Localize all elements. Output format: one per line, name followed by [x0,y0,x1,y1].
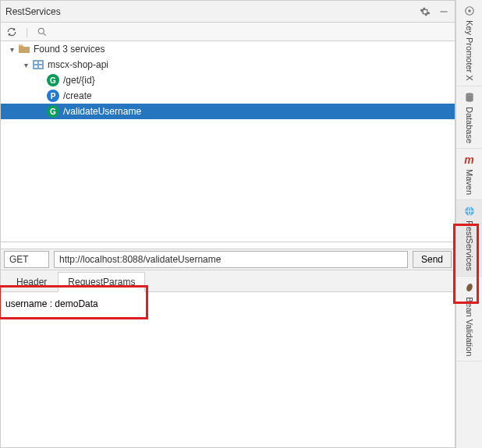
chevron-down-icon: ▾ [7,45,16,54]
endpoint-path: /create [62,90,92,101]
method-badge-get: G [47,74,59,86]
minimize-icon[interactable] [438,5,450,18]
tabs: Header RequestParams [1,270,455,292]
module-icon [33,60,44,69]
url-input[interactable] [54,251,408,268]
folder-icon [19,44,30,54]
refresh-icon[interactable] [5,26,18,38]
side-tab-maven[interactable]: m Maven [456,149,482,200]
tree-endpoint[interactable]: P /create [1,88,455,104]
param-row: username : demoData [5,297,450,311]
panel-header: RestServices [1,1,455,23]
side-tab-key-promoter[interactable]: Key Promoter X [456,0,482,86]
main-panel: RestServices | ▾ Found 3 services [0,0,455,448]
tree-module-label: mscx-shop-api [46,59,108,70]
svg-point-12 [465,282,473,291]
tree-root-label: Found 3 services [32,44,105,55]
tab-request-params[interactable]: RequestParams [58,272,145,292]
svg-rect-7 [39,65,42,68]
side-tab-rest-services[interactable]: RestServices [456,200,482,277]
search-icon[interactable] [36,26,48,38]
endpoint-path: /validateUsername [62,106,141,117]
toolbar: | [1,23,455,41]
endpoints-tree: ▾ Found 3 services ▾ mscx-shop-api G /ge… [1,41,455,242]
rest-services-icon [463,205,476,217]
http-method-select[interactable]: GET [4,251,49,268]
endpoint-path: /get/{id} [62,75,95,86]
svg-point-1 [38,28,44,34]
maven-icon: m [463,153,476,166]
side-tab-label: Database [465,107,474,143]
side-tab-label: Bean Validation [465,297,474,356]
tree-module[interactable]: ▾ mscx-shop-api [1,57,455,72]
svg-rect-3 [33,60,44,69]
params-editor[interactable]: username : demoData [1,292,455,447]
tree-root[interactable]: ▾ Found 3 services [1,41,455,57]
side-tab-label: Key Promoter X [465,20,474,81]
database-icon [463,91,476,104]
svg-rect-6 [34,65,37,68]
tree-endpoint[interactable]: G /get/{id} [1,72,455,88]
panel-title: RestServices [5,6,419,17]
svg-point-10 [466,93,473,96]
method-badge-post: P [47,90,59,102]
side-tab-database[interactable]: Database [456,86,482,149]
send-button[interactable]: Send [413,251,452,268]
svg-rect-0 [440,11,447,12]
request-bar: GET Send [1,249,455,270]
svg-rect-5 [39,62,42,64]
side-tab-label: Maven [465,169,474,195]
gear-icon[interactable] [419,5,431,18]
svg-point-9 [468,9,471,12]
side-tab-label: RestServices [465,220,474,271]
bean-validation-icon [463,281,476,294]
side-tab-bean-validation[interactable]: Bean Validation [456,277,482,362]
tree-endpoint[interactable]: G /validateUsername [1,104,455,119]
right-sidebar: Key Promoter X Database m Maven RestServ… [455,0,482,448]
svg-line-2 [44,33,46,35]
chevron-down-icon: ▾ [21,61,30,69]
svg-rect-4 [34,62,37,64]
method-badge-get: G [47,105,59,118]
tab-header[interactable]: Header [7,273,56,291]
key-promoter-icon [463,5,476,17]
